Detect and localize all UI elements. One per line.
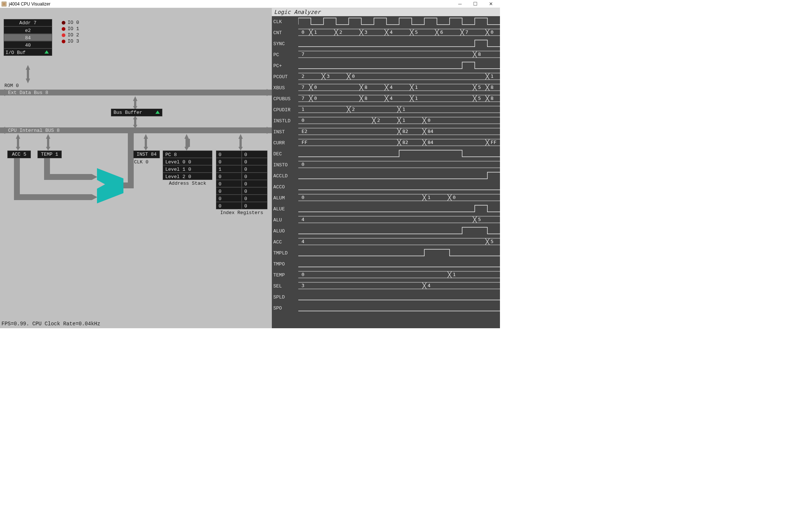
svg-text:4: 4	[390, 30, 393, 35]
io-led-row: IO 0	[62, 20, 79, 25]
svg-marker-18	[97, 168, 123, 203]
analyzer-signal-label: PC+	[272, 63, 298, 69]
index-register-cell: 0	[242, 173, 267, 180]
svg-text:8: 8	[364, 96, 367, 101]
svg-text:1: 1	[402, 118, 405, 123]
analyzer-row-pc+: PC+	[272, 60, 500, 71]
analyzer-signal-wave: 7084158	[298, 94, 500, 103]
index-register-cell: 0	[242, 151, 267, 158]
svg-text:82: 82	[402, 129, 408, 134]
index-register-row: 00	[216, 173, 267, 180]
svg-marker-14	[184, 134, 190, 151]
analyzer-signal-label: DEC	[272, 151, 298, 157]
address-stack-row: Level 1 0	[163, 165, 212, 173]
svg-marker-15	[238, 134, 243, 151]
index-register-cell: 0	[216, 195, 242, 202]
svg-marker-13	[144, 134, 148, 151]
window-minimize-button[interactable]: ─	[452, 1, 468, 7]
svg-text:1: 1	[453, 272, 456, 277]
analyzer-signal-label: SEL	[272, 283, 298, 289]
analyzer-signal-label: ALU	[272, 217, 298, 223]
analyzer-signal-wave: E28284	[298, 127, 500, 136]
index-register-cell: 0	[242, 158, 267, 165]
svg-text:7: 7	[302, 85, 305, 90]
analyzer-row-spo: SPO	[272, 303, 500, 314]
svg-text:0: 0	[314, 96, 317, 101]
svg-marker-7	[133, 116, 137, 129]
analyzer-row-xbus: XBUS7084158	[272, 82, 500, 93]
analyzer-signal-wave	[298, 39, 500, 48]
svg-text:4: 4	[390, 96, 393, 101]
analyzer-row-alum: ALUM010	[272, 192, 500, 203]
analyzer-signal-wave: 121	[298, 105, 500, 114]
index-register-cell: 0	[216, 173, 242, 180]
svg-text:0: 0	[428, 118, 431, 123]
analyzer-row-alue: ALUE	[272, 203, 500, 214]
window-maximize-button[interactable]: ☐	[468, 1, 483, 7]
svg-text:7: 7	[465, 30, 468, 35]
svg-text:FF: FF	[302, 140, 307, 145]
analyzer-signal-wave: 45	[298, 238, 500, 246]
svg-text:1: 1	[402, 107, 405, 112]
svg-text:0: 0	[302, 195, 305, 200]
analyzer-signal-label: TEMP	[272, 272, 298, 278]
io-led-row: IO 2	[62, 32, 79, 38]
index-register-cell: 0	[242, 165, 267, 173]
analyzer-row-alu: ALU45	[272, 214, 500, 225]
analyzer-signal-wave	[298, 149, 500, 158]
bus-buffer-block: Bus Buffer	[111, 109, 162, 116]
up-arrow-icon	[44, 50, 49, 54]
analyzer-signal-label: CPUDIR	[272, 107, 298, 113]
index-register-cell: 0	[216, 180, 242, 187]
analyzer-signal-wave	[298, 182, 500, 191]
index-register-row: 00	[216, 180, 267, 187]
analyzer-signal-wave: 7084158	[298, 83, 500, 92]
index-register-cell: 0	[216, 202, 242, 209]
acc-block: ACC 5	[7, 151, 31, 158]
svg-text:84: 84	[428, 140, 433, 145]
analyzer-signal-label: INSTLD	[272, 118, 298, 124]
analyzer-signal-label: TMPLD	[272, 250, 298, 256]
index-registers-title: Index Registers	[216, 210, 267, 216]
svg-text:5: 5	[478, 85, 481, 90]
analyzer-signal-wave	[298, 249, 500, 257]
analyzer-row-curr: CURRFF8284FF	[272, 137, 500, 148]
index-register-cell: 0	[242, 180, 267, 187]
window-close-button[interactable]: ✕	[483, 1, 498, 7]
io-led-label: IO 3	[68, 39, 79, 44]
analyzer-signal-label: SPLD	[272, 294, 298, 300]
svg-text:1: 1	[415, 96, 418, 101]
analyzer-signal-label: INST	[272, 129, 298, 135]
analyzer-row-tmpld: TMPLD	[272, 247, 500, 258]
svg-marker-2	[26, 65, 30, 83]
svg-text:2: 2	[377, 118, 380, 123]
analyzer-row-insto: INSTO0	[272, 159, 500, 170]
analyzer-signal-wave: 78	[298, 50, 500, 59]
svg-text:1: 1	[314, 30, 317, 35]
index-register-row: 00	[216, 158, 267, 165]
svg-text:3: 3	[302, 283, 305, 288]
svg-text:0: 0	[453, 195, 456, 200]
svg-text:2: 2	[339, 30, 342, 35]
index-register-cell: 0	[242, 195, 267, 202]
window-title: j4004 CPU Visualizer	[9, 1, 50, 7]
analyzer-signal-wave: 34	[298, 282, 500, 290]
analyzer-signal-label: XBUS	[272, 85, 298, 91]
index-register-row: 00	[216, 151, 267, 158]
svg-text:1: 1	[490, 74, 493, 79]
index-register-row: 10	[216, 165, 267, 173]
analyzer-signal-label: ALUE	[272, 206, 298, 212]
svg-text:8: 8	[478, 52, 481, 57]
svg-text:6: 6	[440, 30, 443, 35]
io-led-icon	[62, 27, 65, 31]
analyzer-signal-wave: 010	[298, 193, 500, 202]
clk-label: CLK 0	[134, 159, 148, 165]
analyzer-signal-wave	[298, 304, 500, 312]
analyzer-row-pc: PC78	[272, 49, 500, 60]
svg-text:2: 2	[352, 107, 355, 112]
analyzer-signal-wave	[298, 205, 500, 213]
analyzer-row-acco: ACCO	[272, 181, 500, 192]
analyzer-signal-label: ACCO	[272, 184, 298, 190]
analyzer-row-accld: ACCLD	[272, 170, 500, 181]
io-led-icon	[62, 33, 65, 37]
